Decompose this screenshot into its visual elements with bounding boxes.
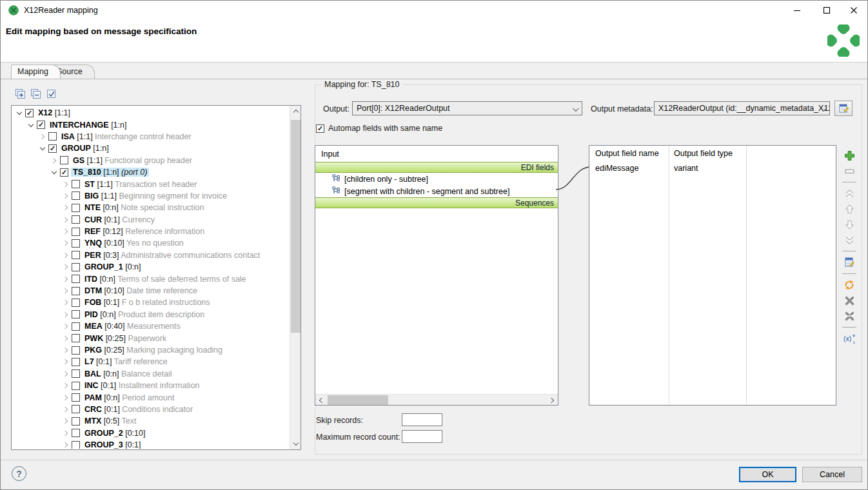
tree-checkbox[interactable] <box>72 287 80 295</box>
expand-arrow-icon[interactable] <box>61 238 71 248</box>
tree-item-BIG[interactable]: BIG [1:1] Beginning segment for invoice <box>12 190 290 202</box>
tree-checkbox[interactable] <box>72 369 80 378</box>
tree-checkbox[interactable] <box>72 346 80 355</box>
tab-mapping[interactable]: Mapping <box>11 64 61 79</box>
tree-item-PAM[interactable]: PAM [0:n] Period amount <box>12 391 290 403</box>
expand-arrow-icon[interactable] <box>61 393 71 403</box>
tree-checkbox[interactable] <box>72 263 80 271</box>
select-metadata-icon[interactable] <box>843 256 856 269</box>
expand-arrow-icon[interactable] <box>61 345 71 355</box>
expand-arrow-icon[interactable] <box>61 357 71 367</box>
scroll-left-icon[interactable] <box>315 395 326 406</box>
ok-button[interactable]: OK <box>739 467 796 482</box>
skip-records-input[interactable] <box>402 413 442 426</box>
tree-checkbox[interactable] <box>72 299 80 307</box>
cancel-button[interactable]: Cancel <box>802 467 862 482</box>
move-top-icon[interactable] <box>843 187 856 200</box>
tree-checkbox[interactable] <box>72 441 80 449</box>
collapse-arrow-icon[interactable] <box>26 120 36 130</box>
tree-item-REF[interactable]: REF [0:12] Reference information <box>12 226 290 237</box>
collapse-arrow-icon[interactable] <box>37 143 48 153</box>
edit-metadata-button[interactable] <box>834 101 853 116</box>
expand-arrow-icon[interactable] <box>61 191 71 201</box>
tree-checkbox[interactable] <box>60 156 68 164</box>
tree-item-MTX[interactable]: MTX [0:5] Text <box>12 415 290 427</box>
output-field-table[interactable]: Output field name Output field type ediM… <box>589 145 836 406</box>
tree-checkbox[interactable] <box>72 429 80 437</box>
expand-arrow-icon[interactable] <box>61 202 71 213</box>
output-field-type-cell[interactable]: variant <box>674 164 698 173</box>
tree-checkbox[interactable] <box>72 251 80 259</box>
expand-all-icon[interactable] <box>15 88 26 99</box>
scroll-up-icon[interactable] <box>290 106 301 117</box>
collapse-arrow-icon[interactable] <box>14 108 25 118</box>
tree-vertical-scrollbar[interactable] <box>290 106 301 449</box>
tree-checkbox[interactable] <box>72 322 80 331</box>
expand-arrow-icon[interactable] <box>61 333 71 344</box>
tree-checkbox[interactable] <box>72 228 80 236</box>
tree-item-PID[interactable]: PID [0:n] Product item description <box>12 309 290 320</box>
expand-arrow-icon[interactable] <box>61 369 71 379</box>
expand-arrow-icon[interactable] <box>61 309 71 320</box>
max-record-count-input[interactable] <box>402 430 442 443</box>
tree-item-L7[interactable]: L7 [0:1] Tariff reference <box>12 356 290 368</box>
tree-checkbox[interactable] <box>72 310 80 318</box>
move-down-icon[interactable] <box>843 218 856 231</box>
tree-checkbox[interactable] <box>72 405 80 413</box>
input-horizontal-scrollbar[interactable] <box>315 394 558 405</box>
expand-arrow-icon[interactable] <box>37 132 48 142</box>
collapse-all-icon[interactable] <box>30 88 41 99</box>
tree-item-GS[interactable]: GS [1:1] Functional group header <box>12 155 290 166</box>
tree-checkbox[interactable] <box>72 204 80 212</box>
tree-item-MEA[interactable]: MEA [0:40] Measurements <box>12 320 290 332</box>
expression-icon[interactable]: (x)1 <box>843 332 856 345</box>
expand-arrow-icon[interactable] <box>61 250 71 260</box>
tree-checkbox[interactable]: ✓ <box>37 121 45 129</box>
expand-arrow-icon[interactable] <box>61 428 71 438</box>
tree-checkbox[interactable] <box>72 334 80 342</box>
collapse-arrow-icon[interactable] <box>49 167 59 177</box>
cancel-all-automap-icon[interactable] <box>843 309 856 322</box>
scroll-down-icon[interactable] <box>290 438 301 449</box>
output-metadata-combo[interactable]: X12ReaderOutput (id:__dynamic_metadata_X… <box>654 101 830 115</box>
tree-item-PWK[interactable]: PWK [0:25] Paperwork <box>12 332 290 344</box>
tree-item-GROUP[interactable]: ✓GROUP [1:n] <box>12 142 290 154</box>
automap-checkbox[interactable]: ✓ <box>316 124 324 133</box>
tree-checkbox[interactable]: ✓ <box>60 168 68 177</box>
tree-item-CUR[interactable]: CUR [0:1] Currency <box>12 214 290 226</box>
input-mapping-option[interactable]: [children only - subtree] <box>315 173 558 185</box>
tree-item-PER[interactable]: PER [0:3] Administrative communications … <box>12 250 290 261</box>
tree-checkbox[interactable] <box>72 215 80 224</box>
tree-checkbox[interactable] <box>48 132 57 141</box>
scrollbar-thumb[interactable] <box>291 120 301 333</box>
tree-item-YNQ[interactable]: YNQ [0:10] Yes no question <box>12 237 290 249</box>
expand-arrow-icon[interactable] <box>61 321 71 331</box>
expand-arrow-icon[interactable] <box>61 297 71 308</box>
expand-arrow-icon[interactable] <box>61 274 71 284</box>
remove-field-icon[interactable] <box>843 164 856 177</box>
tree-item-INC[interactable]: INC [0:1] Installment information <box>12 380 290 391</box>
tree-item-GROUP_3[interactable]: GROUP_3 [0:1] <box>12 439 290 449</box>
tree-item-ST[interactable]: ST [1:1] Transaction set header <box>12 178 290 190</box>
cancel-automap-icon[interactable] <box>843 294 856 307</box>
move-up-icon[interactable] <box>843 202 856 215</box>
tree-item-GROUP_1[interactable]: GROUP_1 [0:n] <box>12 261 290 273</box>
tree-item-FOB[interactable]: FOB [0:1] F o b related instructions <box>12 297 290 308</box>
tree-item-CRC[interactable]: CRC [0:1] Conditions indicator <box>12 404 290 415</box>
expand-arrow-icon[interactable] <box>61 416 71 426</box>
expand-arrow-icon[interactable] <box>61 404 71 415</box>
scrollbar-thumb[interactable] <box>328 395 388 405</box>
input-mapping-option[interactable]: [segment with children - segment and sub… <box>315 185 558 197</box>
help-button[interactable]: ? <box>12 466 26 481</box>
expand-arrow-icon[interactable] <box>61 380 71 391</box>
expand-arrow-icon[interactable] <box>61 179 71 190</box>
expand-arrow-icon[interactable] <box>61 215 71 225</box>
automap-icon[interactable] <box>843 279 856 291</box>
tree-item-DTM[interactable]: DTM [0:10] Date time reference <box>12 285 290 297</box>
tree-checkbox[interactable] <box>72 239 80 248</box>
tree-item-GROUP_2[interactable]: GROUP_2 [0:10] <box>12 427 290 439</box>
expand-arrow-icon[interactable] <box>61 286 71 296</box>
tree-checkbox[interactable]: ✓ <box>48 144 57 153</box>
minimize-button[interactable] <box>786 1 808 20</box>
tree-checkbox[interactable] <box>72 417 80 426</box>
